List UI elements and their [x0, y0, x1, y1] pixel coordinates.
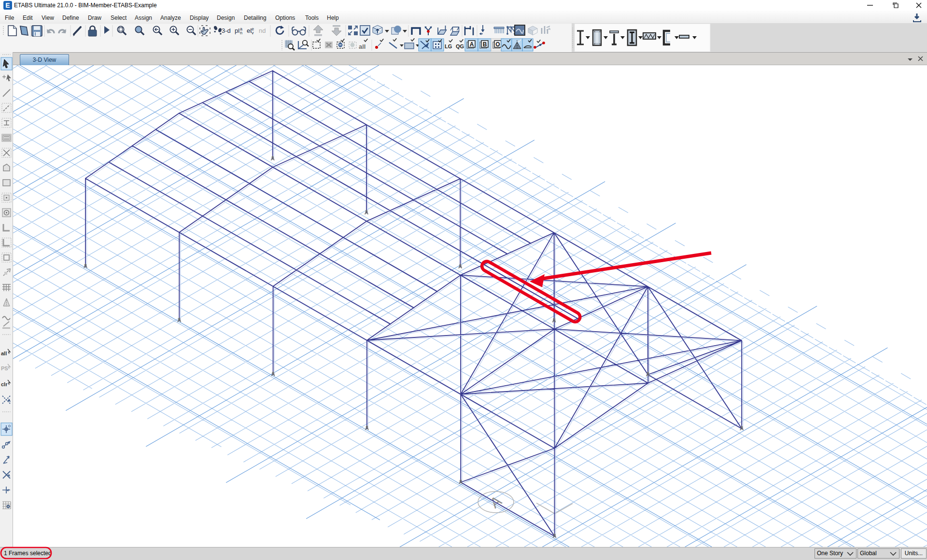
svg-text:LG: LG — [445, 43, 452, 49]
svg-text:3-d: 3-d — [222, 27, 231, 34]
svg-text:PS: PS — [1, 365, 8, 371]
svg-text:O: O — [495, 41, 500, 48]
svg-text:v: v — [252, 30, 254, 35]
svg-text:pl: pl — [235, 27, 239, 34]
svg-text:clr: clr — [1, 381, 8, 387]
svg-text:nd: nd — [259, 27, 266, 34]
svg-text:n: n — [240, 30, 242, 35]
svg-text:el: el — [247, 27, 252, 34]
svg-text:A: A — [470, 41, 474, 48]
svg-text:QG: QG — [456, 43, 464, 49]
svg-text:all: all — [1, 350, 7, 356]
svg-text:B: B — [483, 41, 487, 48]
svg-text:all: all — [359, 43, 365, 50]
